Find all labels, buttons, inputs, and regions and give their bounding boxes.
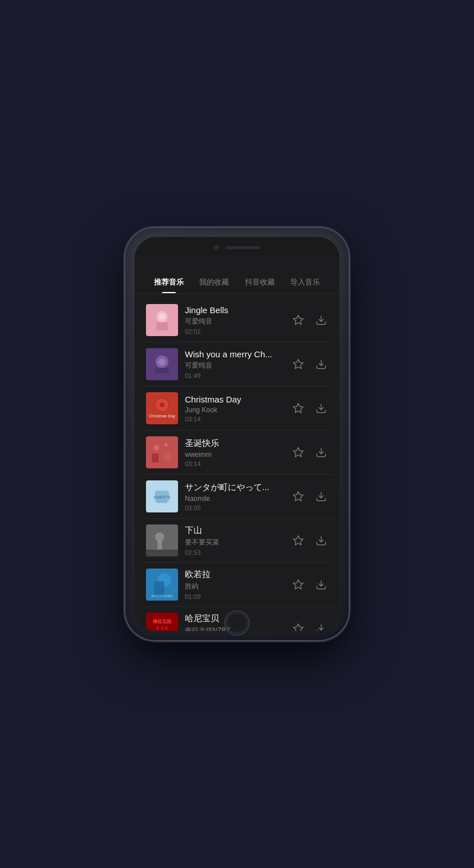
home-button-inner	[227, 613, 247, 633]
song-actions	[291, 578, 328, 591]
download-button[interactable]	[314, 401, 328, 415]
home-button[interactable]	[224, 610, 250, 636]
phone-frame: 推荐音乐我的收藏抖音收藏导入音乐 Jingle Bells可爱纯音02:02 W…	[125, 228, 349, 640]
song-duration: 01:09	[185, 593, 285, 600]
svg-marker-35	[294, 536, 303, 545]
song-actions	[291, 622, 328, 631]
svg-point-22	[164, 452, 172, 460]
svg-marker-4	[294, 315, 303, 325]
song-artist: 可爱纯音	[185, 317, 285, 326]
svg-marker-29	[294, 492, 303, 501]
song-actions	[291, 357, 328, 371]
song-artist: Naomile	[185, 495, 285, 503]
song-duration: 02:53	[185, 549, 285, 556]
svg-marker-41	[294, 580, 303, 589]
album-art	[146, 304, 178, 336]
favorite-button[interactable]	[291, 401, 305, 415]
song-item: SWEETS HOUSE サンタが町にやって...Naomile03:05	[141, 475, 333, 519]
song-actions	[291, 313, 328, 327]
song-info: サンタが町にやって...Naomile03:05	[185, 482, 285, 511]
song-item: 下山要不要买菜02:53	[141, 519, 333, 563]
svg-point-8	[159, 358, 165, 365]
svg-rect-18	[146, 436, 178, 468]
album-art	[146, 524, 178, 557]
tab-douyin[interactable]: 抖音收藏	[237, 273, 283, 293]
download-button[interactable]	[314, 313, 328, 327]
album-art	[146, 348, 178, 380]
song-artist: 要不要买菜	[185, 538, 285, 547]
song-title: 欧若拉	[185, 569, 285, 580]
favorite-button[interactable]	[291, 313, 305, 327]
svg-text:6 4 8: 6 4 8	[156, 625, 168, 631]
favorite-button[interactable]	[291, 357, 305, 371]
svg-marker-48	[294, 624, 303, 631]
app-content: 推荐音乐我的收藏抖音收藏导入音乐 Jingle Bells可爱纯音02:02 W…	[135, 255, 339, 631]
song-info: 下山要不要买菜02:53	[185, 525, 285, 556]
album-art: 南征北战 6 4 8 NZBZ	[146, 613, 178, 631]
tab-favorites[interactable]: 我的收藏	[192, 273, 238, 293]
song-actions	[291, 401, 328, 415]
svg-text:南征北战: 南征北战	[153, 619, 172, 624]
song-item: Jingle Bells可爱纯音02:02	[141, 298, 333, 342]
svg-point-33	[155, 532, 164, 542]
download-button[interactable]	[314, 445, 328, 459]
download-button[interactable]	[314, 534, 328, 547]
svg-marker-10	[294, 360, 303, 369]
download-button[interactable]	[314, 578, 328, 591]
svg-rect-3	[156, 322, 168, 330]
svg-text:HOUSE: HOUSE	[157, 500, 167, 504]
download-button[interactable]	[314, 622, 328, 631]
favorite-button[interactable]	[291, 445, 305, 459]
phone-screen: 推荐音乐我的收藏抖音收藏导入音乐 Jingle Bells可爱纯音02:02 W…	[135, 237, 339, 631]
svg-marker-16	[294, 404, 303, 413]
song-title: サンタが町にやって...	[185, 482, 285, 493]
song-duration: 02:02	[185, 328, 285, 335]
download-button[interactable]	[314, 490, 328, 503]
favorite-button[interactable]	[291, 534, 305, 547]
svg-rect-21	[152, 453, 159, 463]
song-info: Christmas DayJung Kook03:14	[185, 394, 285, 423]
svg-rect-32	[157, 540, 162, 550]
song-artist: 胜屿	[185, 582, 285, 591]
song-duration: 03:14	[185, 460, 285, 467]
album-art: SWEETS HOUSE	[146, 480, 178, 512]
song-duration: 01:49	[185, 372, 285, 379]
svg-text:Christmas Day: Christmas Day	[149, 414, 175, 419]
song-title: Jingle Bells	[185, 305, 285, 315]
download-button[interactable]	[314, 357, 328, 371]
song-item: 圣诞快乐wweimm03:14	[141, 431, 333, 475]
song-title: 下山	[185, 525, 285, 536]
svg-point-20	[164, 443, 168, 447]
song-list: Jingle Bells可爱纯音02:02 Wish you a merry C…	[135, 298, 339, 631]
speaker-bar	[226, 246, 260, 249]
song-artist: wweimm	[185, 451, 285, 459]
tab-import[interactable]: 导入音乐	[283, 273, 329, 293]
tab-recommended[interactable]: 推荐音乐	[146, 273, 192, 293]
favorite-button[interactable]	[291, 622, 305, 631]
song-title: Wish you a merry Ch...	[185, 349, 285, 359]
song-actions	[291, 490, 328, 503]
song-duration: 03:14	[185, 416, 285, 423]
song-duration: 03:05	[185, 504, 285, 511]
song-info: 圣诞快乐wweimm03:14	[185, 438, 285, 467]
svg-text:SWEETS: SWEETS	[153, 495, 171, 499]
favorite-button[interactable]	[291, 490, 305, 503]
album-art: FASCINATED	[146, 569, 178, 601]
song-title: Christmas Day	[185, 394, 285, 404]
svg-rect-9	[155, 368, 169, 373]
svg-point-14	[160, 403, 164, 407]
svg-point-19	[153, 445, 159, 451]
favorite-button[interactable]	[291, 578, 305, 591]
song-title: 圣诞快乐	[185, 438, 285, 449]
album-art: Christmas Day	[146, 392, 178, 424]
song-item: Wish you a merry Ch...可爱纯音01:49	[141, 342, 333, 386]
song-artist: Jung Kook	[185, 406, 285, 414]
svg-marker-23	[294, 448, 303, 457]
song-info: Jingle Bells可爱纯音02:02	[185, 305, 285, 335]
svg-rect-34	[146, 550, 178, 557]
svg-text:FASCINATED: FASCINATED	[151, 594, 173, 598]
song-actions	[291, 445, 328, 459]
song-info: 欧若拉胜屿01:09	[185, 569, 285, 600]
svg-point-2	[159, 313, 165, 320]
phone-notch	[135, 237, 339, 255]
